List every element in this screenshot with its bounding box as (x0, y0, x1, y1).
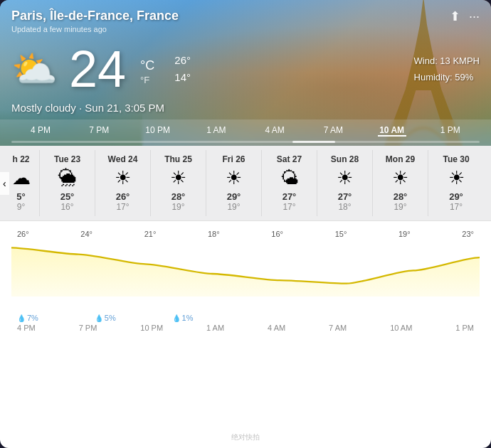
current-temperature: 24 (69, 43, 126, 95)
day-icon-28: ☀ (337, 167, 353, 189)
day-label-26: Fri 26 (222, 154, 245, 164)
humidity-info: Humidity: 59% (414, 69, 480, 85)
daily-section[interactable]: h 22 ☁ 5° 9° Tue 23 🌦 25° 16° Wed 24 ☀ 2… (0, 146, 491, 220)
day-item-24[interactable]: Wed 24 ☀ 26° 17° (95, 150, 151, 216)
day-icon-26: ☀ (226, 167, 242, 189)
day-high-30: 29° (449, 191, 463, 202)
day-item-28[interactable]: Sun 28 ☀ 27° 18° (317, 150, 373, 216)
day-high-27: 27° (283, 191, 297, 202)
fahrenheit-unit: °F (140, 75, 154, 85)
chart-section: 26° 24° 21° 18° 16° 15° 19° 23° (0, 220, 491, 448)
hourly-1am[interactable]: 1 AM (202, 125, 231, 137)
location-info: Paris, Île-de-France, France Updated a f… (11, 9, 179, 33)
city-name: Paris, Île-de-France, France (11, 9, 179, 23)
day-item-23[interactable]: Tue 23 🌦 25° 16° (40, 150, 95, 216)
temp-high: 26° (174, 52, 191, 69)
day-high-22: 5° (16, 191, 25, 202)
day-low-26: 19° (227, 202, 240, 212)
day-icon-27: 🌤 (280, 167, 299, 189)
day-low-30: 17° (450, 202, 463, 212)
watermark: 绝对快拍 (231, 432, 260, 442)
day-low-23: 16° (60, 202, 73, 212)
day-high-26: 29° (227, 191, 241, 202)
weather-card: Paris, Île-de-France, France Updated a f… (0, 0, 491, 448)
hourly-7pm[interactable]: 7 PM (85, 125, 113, 137)
day-label-22: h 22 (12, 154, 29, 164)
day-low-22: 9° (17, 202, 25, 212)
hourly-section[interactable]: 4 PM 7 PM 10 PM 1 AM 4 AM 7 AM 10 AM 1 P… (0, 119, 491, 146)
day-item-30[interactable]: Tue 30 ☀ 29° 17° (428, 150, 484, 216)
temperature-chart (11, 240, 480, 297)
chart-time-3: 1 AM (206, 324, 224, 332)
hourly-10pm[interactable]: 10 PM (144, 125, 172, 137)
rain-drop-icon-1: 💧 (95, 314, 103, 322)
daily-forecast-wrapper: ‹ h 22 ☁ 5° 9° Tue 23 🌦 25° 16° Wed 24 (0, 146, 491, 220)
day-label-29: Mon 29 (386, 154, 415, 164)
precip-pct-2: 1% (182, 314, 194, 322)
hourly-4am[interactable]: 4 AM (260, 125, 289, 137)
day-item-27[interactable]: Sat 27 🌤 27° 17° (262, 150, 317, 216)
day-icon-25: ☀ (170, 167, 186, 189)
day-item-29[interactable]: Mon 29 ☀ 28° 19° (373, 150, 428, 216)
chart-time-2: 10 PM (140, 324, 163, 332)
precip-2: 💧 1% (172, 314, 194, 322)
precipitation-row: 💧 7% 💧 5% 💧 1% (11, 311, 480, 322)
chart-time-6: 10 AM (390, 324, 412, 332)
day-high-28: 27° (338, 191, 352, 202)
day-low-24: 17° (116, 202, 129, 212)
day-label-28: Sun 28 (331, 154, 359, 164)
current-weather: ⛅ 24 °C °F 26° 14° Wind: 13 KMPH Humidit… (0, 38, 491, 99)
rain-drop-icon-0: 💧 (17, 314, 26, 322)
scroll-thumb (292, 141, 335, 143)
chart-temp-5: 15° (335, 230, 347, 238)
chart-container (11, 240, 480, 311)
chart-time-4: 4 AM (268, 324, 285, 332)
share-icon[interactable]: ⬆ (450, 9, 460, 24)
day-low-25: 19° (171, 202, 184, 212)
precip-pct-0: 7% (27, 314, 38, 322)
hourly-1pm[interactable]: 1 PM (436, 125, 465, 137)
chart-temp-4: 16° (271, 230, 283, 238)
current-weather-icon: ⛅ (11, 48, 58, 91)
rain-drop-icon-2: 💧 (172, 314, 181, 322)
chart-temp-3: 18° (208, 230, 220, 238)
current-condition: Mostly cloudy · Sun 21, 3:05 PM (11, 102, 164, 114)
day-item-25[interactable]: Thu 25 ☀ 28° 19° (151, 150, 206, 216)
chart-time-0: 4 PM (17, 324, 36, 332)
chart-temp-7: 23° (462, 230, 474, 238)
hourly-4pm[interactable]: 4 PM (26, 125, 55, 137)
header-icons: ⬆ ··· (450, 9, 480, 24)
day-icon-29: ☀ (392, 167, 408, 189)
day-label-25: Thu 25 (164, 154, 192, 164)
day-high-23: 25° (60, 191, 75, 202)
day-icon-22: ☁ (12, 167, 31, 189)
day-low-27: 17° (283, 202, 295, 212)
more-options-icon[interactable]: ··· (469, 9, 480, 24)
day-label-27: Sat 27 (277, 154, 302, 164)
precip-1: 💧 5% (95, 314, 116, 322)
hourly-10am[interactable]: 10 AM (378, 125, 406, 137)
day-label-23: Tue 23 (54, 154, 80, 164)
hourly-7am[interactable]: 7 AM (319, 125, 347, 137)
condition-bar: Mostly cloudy · Sun 21, 3:05 PM (0, 99, 491, 119)
chart-temp-6: 19° (398, 230, 411, 238)
day-item-26[interactable]: Fri 26 ☀ 29° 19° (206, 150, 262, 216)
header: Paris, Île-de-France, France Updated a f… (0, 0, 491, 38)
temp-low: 14° (174, 69, 191, 86)
day-high-24: 26° (116, 191, 130, 202)
temperature-units: °C °F (140, 58, 154, 85)
chart-temp-2: 21° (144, 230, 157, 238)
day-low-29: 19° (394, 202, 406, 212)
chart-temp-1: 24° (80, 230, 93, 238)
prev-day-button[interactable]: ‹ (0, 172, 9, 195)
top-weather-section: Paris, Île-de-France, France Updated a f… (0, 0, 491, 146)
day-icon-23: 🌦 (58, 167, 77, 189)
chart-temp-labels: 26° 24° 21° 18° 16° 15° 19° 23° (11, 230, 480, 238)
day-high-25: 28° (171, 191, 186, 202)
chart-time-1: 7 PM (79, 324, 97, 332)
temp-high-low: 26° 14° (174, 52, 191, 86)
scroll-track (11, 141, 480, 143)
day-label-24: Wed 24 (108, 154, 138, 164)
celsius-unit: °C (140, 58, 154, 73)
chart-time-7: 1 PM (455, 324, 474, 332)
